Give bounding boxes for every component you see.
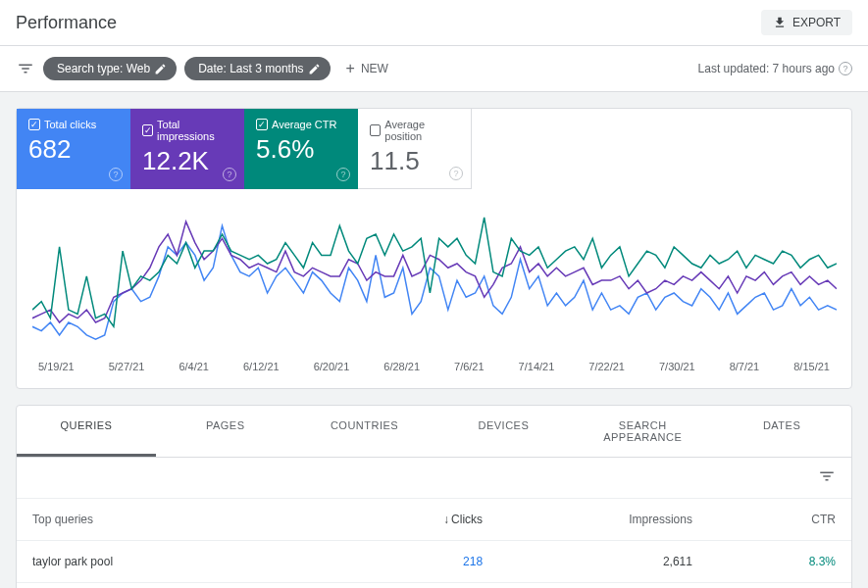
metric-label: ✓ Total clicks: [28, 119, 119, 130]
metric-label-text: Total clicks: [44, 119, 96, 130]
col-clicks[interactable]: ↓Clicks: [342, 499, 498, 541]
help-icon[interactable]: ?: [223, 168, 236, 181]
chart-area: 5/19/215/27/216/4/216/12/216/20/216/28/2…: [17, 189, 851, 388]
chart-series-total-clicks: [32, 225, 837, 339]
table-toolbar: [17, 458, 851, 498]
col-queries[interactable]: Top queries: [17, 499, 342, 541]
metric-total-clicks[interactable]: ✓ Total clicks 682 ?: [17, 109, 130, 189]
metric-value: 11.5: [370, 146, 459, 176]
help-icon[interactable]: ?: [449, 167, 463, 180]
content: ✓ Total clicks 682 ? ✓ Total impressions…: [0, 92, 868, 588]
cell-query: taylor park fond du lac: [17, 583, 342, 589]
plus-icon: +: [346, 60, 355, 77]
tab-search-appearance[interactable]: SEARCH APPEARANCE: [573, 406, 712, 457]
help-icon[interactable]: ?: [336, 168, 350, 181]
new-filter-button[interactable]: + NEW: [338, 56, 396, 81]
line-chart: [32, 205, 837, 352]
filter-icon[interactable]: [16, 60, 35, 77]
cell-clicks: 108: [342, 583, 498, 589]
queries-table: Top queries ↓Clicks Impressions CTR tayl…: [17, 498, 851, 588]
cell-ctr: 28.3%: [708, 583, 851, 589]
pencil-icon: [308, 63, 321, 75]
chip-search-type[interactable]: Search type: Web: [43, 57, 177, 80]
metric-label: Average position: [370, 119, 459, 142]
x-axis-label: 8/7/21: [730, 361, 760, 372]
metric-label-text: Average CTR: [272, 119, 336, 130]
cell-clicks: 218: [342, 541, 498, 583]
x-axis-label: 7/6/21: [454, 361, 485, 372]
metric-label: ✓ Average CTR: [256, 119, 346, 130]
tab-dates[interactable]: DATES: [712, 406, 851, 457]
table-header-row: Top queries ↓Clicks Impressions CTR: [17, 499, 851, 541]
metric-value: 12.2K: [142, 146, 232, 176]
checkbox-icon: ✓: [256, 119, 268, 130]
pencil-icon: [154, 63, 167, 75]
checkbox-icon: [370, 124, 381, 136]
tab-pages[interactable]: PAGES: [156, 406, 295, 457]
checkbox-icon: ✓: [28, 119, 40, 130]
x-axis-label: 8/15/21: [793, 361, 830, 372]
last-updated-text: Last updated: 7 hours ago: [698, 62, 835, 75]
tabs: QUERIESPAGESCOUNTRIESDEVICESSEARCH APPEA…: [17, 406, 851, 458]
metric-value: 682: [28, 134, 119, 165]
x-axis-label: 7/22/21: [588, 361, 625, 372]
cell-impressions: 382: [498, 583, 708, 589]
metrics-row: ✓ Total clicks 682 ? ✓ Total impressions…: [17, 109, 851, 189]
x-axis-label: 6/12/21: [243, 361, 280, 372]
x-axis-label: 6/28/21: [383, 361, 420, 372]
export-button[interactable]: EXPORT: [761, 10, 852, 35]
export-label: EXPORT: [792, 16, 841, 29]
checkbox-icon: ✓: [142, 124, 153, 136]
x-axis-label: 7/14/21: [519, 361, 555, 372]
page-header: Performance EXPORT: [0, 0, 868, 46]
filter-bar: Search type: Web Date: Last 3 months + N…: [0, 46, 868, 92]
table-row[interactable]: taylor park fond du lac10838228.3%: [17, 583, 851, 589]
tab-countries[interactable]: COUNTRIES: [295, 406, 434, 457]
metric-average-ctr[interactable]: ✓ Average CTR 5.6% ?: [244, 109, 358, 189]
table-row[interactable]: taylor park pool2182,6118.3%: [17, 541, 851, 583]
x-axis-label: 5/27/21: [109, 361, 145, 372]
new-filter-label: NEW: [361, 62, 388, 75]
last-updated: Last updated: 7 hours ago ?: [698, 62, 852, 75]
help-icon[interactable]: ?: [839, 62, 852, 75]
filter-left: Search type: Web Date: Last 3 months + N…: [16, 56, 396, 81]
col-impressions[interactable]: Impressions: [498, 499, 708, 541]
cell-ctr: 8.3%: [708, 541, 851, 583]
chip-date-label: Date: Last 3 months: [198, 62, 303, 75]
x-axis-label: 5/19/21: [38, 361, 75, 372]
metric-value: 5.6%: [256, 134, 346, 165]
chart-card: ✓ Total clicks 682 ? ✓ Total impressions…: [16, 108, 852, 389]
metric-label-text: Average position: [384, 119, 459, 142]
sort-down-icon: ↓: [443, 513, 449, 526]
metric-label: ✓ Total impressions: [142, 119, 232, 142]
help-icon[interactable]: ?: [109, 168, 123, 181]
cell-impressions: 2,611: [498, 541, 708, 583]
metric-total-impressions[interactable]: ✓ Total impressions 12.2K ?: [130, 109, 244, 189]
download-icon: [773, 16, 787, 29]
tab-queries[interactable]: QUERIES: [17, 406, 156, 457]
filter-list-icon[interactable]: [818, 467, 836, 485]
table-card: QUERIESPAGESCOUNTRIESDEVICESSEARCH APPEA…: [16, 405, 852, 588]
tab-devices[interactable]: DEVICES: [434, 406, 573, 457]
chip-search-type-label: Search type: Web: [57, 62, 150, 75]
col-clicks-label: Clicks: [451, 513, 483, 526]
page-title: Performance: [16, 13, 117, 33]
x-axis: 5/19/215/27/216/4/216/12/216/20/216/28/2…: [32, 361, 836, 372]
cell-query: taylor park pool: [17, 541, 342, 583]
chip-date[interactable]: Date: Last 3 months: [184, 57, 330, 80]
col-ctr[interactable]: CTR: [708, 499, 851, 541]
x-axis-label: 6/20/21: [314, 361, 350, 372]
metric-average-position[interactable]: Average position 11.5 ?: [358, 109, 472, 189]
x-axis-label: 7/30/21: [659, 361, 695, 372]
metric-label-text: Total impressions: [157, 119, 232, 142]
x-axis-label: 6/4/21: [179, 361, 209, 372]
